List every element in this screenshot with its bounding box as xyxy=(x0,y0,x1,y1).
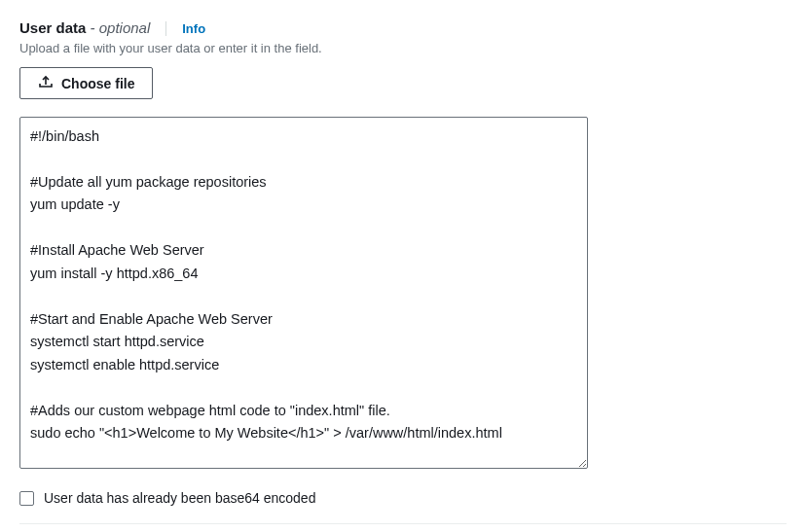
userdata-textarea[interactable] xyxy=(19,117,588,469)
section-subtitle: Upload a file with your user data or ent… xyxy=(19,41,787,55)
base64-checkbox[interactable] xyxy=(19,491,34,506)
section-header: User data - optional Info xyxy=(19,19,787,37)
section-title-group: User data - optional xyxy=(19,19,150,37)
choose-file-label: Choose file xyxy=(61,76,134,91)
base64-checkbox-row: User data has already been base64 encode… xyxy=(19,490,787,506)
choose-file-button[interactable]: Choose file xyxy=(19,67,153,99)
userdata-textarea-wrap xyxy=(19,117,588,473)
upload-icon xyxy=(38,74,54,92)
base64-checkbox-label[interactable]: User data has already been base64 encode… xyxy=(44,490,315,506)
section-optional-label: - optional xyxy=(86,19,150,36)
info-link[interactable]: Info xyxy=(165,21,205,36)
section-title: User data xyxy=(19,19,86,36)
section-divider xyxy=(19,523,787,524)
